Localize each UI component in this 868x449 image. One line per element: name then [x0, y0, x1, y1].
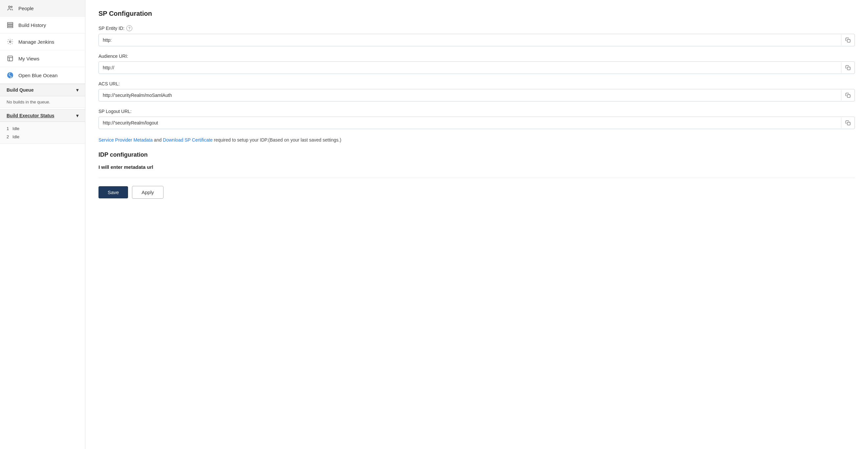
sidebar-item-build-history[interactable]: Build History [0, 17, 85, 33]
download-sp-certificate-link[interactable]: Download SP Certificate [163, 137, 212, 143]
executor-1-status: Idle [12, 126, 19, 131]
build-queue-chevron-icon: ▾ [76, 87, 79, 93]
executor-2: 2 Idle [0, 133, 85, 141]
build-executor-chevron-icon: ▾ [76, 113, 79, 118]
build-queue-content: No builds in the queue. [0, 96, 85, 108]
audience-uri-copy-button[interactable] [841, 62, 855, 73]
sidebar-item-manage-jenkins-label: Manage Jenkins [19, 39, 54, 45]
audience-uri-label: Audience URI: [98, 54, 855, 59]
sp-entity-id-help-icon[interactable]: ? [126, 25, 132, 31]
build-executor-label[interactable]: Build Executor Status [6, 113, 54, 118]
sidebar-item-people[interactable]: People [0, 0, 85, 17]
sp-entity-id-label: SP Entity ID: ? [98, 25, 855, 31]
sidebar-item-open-blue-ocean-label: Open Blue Ocean [19, 72, 57, 78]
acs-url-input[interactable] [99, 89, 841, 101]
metadata-suffix-text: required to setup your IDP.(Based on you… [214, 137, 341, 143]
sp-entity-id-copy-button[interactable] [841, 35, 855, 45]
build-queue-label: Build Queue [6, 87, 33, 93]
svg-point-0 [8, 6, 10, 7]
audience-uri-input[interactable] [99, 62, 841, 73]
svg-rect-2 [7, 23, 13, 24]
apply-button[interactable]: Apply [132, 186, 163, 199]
sp-logout-url-group: SP Logout URL: [98, 109, 855, 129]
svg-rect-3 [7, 24, 13, 26]
svg-rect-8 [847, 39, 850, 42]
acs-url-input-wrapper [98, 89, 855, 101]
blue-ocean-icon [6, 71, 14, 79]
sp-config-title: SP Configuration [98, 10, 855, 18]
build-queue-empty: No builds in the queue. [6, 99, 50, 104]
main-content: SP Configuration SP Entity ID: ? Audienc… [85, 0, 868, 449]
sp-logout-url-copy-button[interactable] [841, 118, 855, 128]
svg-rect-11 [847, 122, 850, 125]
my-views-icon [6, 55, 14, 62]
service-provider-metadata-link[interactable]: Service Provider Metadata [98, 137, 153, 143]
action-buttons: Save Apply [98, 186, 855, 199]
executor-1-number: 1 [6, 126, 9, 131]
sp-entity-id-input[interactable] [99, 34, 841, 46]
sidebar: People Build History Manage Jenkins [0, 0, 85, 449]
sidebar-item-manage-jenkins[interactable]: Manage Jenkins [0, 33, 85, 50]
executor-2-status: Idle [12, 134, 19, 139]
executor-2-number: 2 [6, 134, 9, 139]
build-executor-section[interactable]: Build Executor Status ▾ [0, 109, 85, 122]
sidebar-item-build-history-label: Build History [19, 22, 46, 28]
sp-logout-url-label: SP Logout URL: [98, 109, 855, 114]
svg-rect-10 [847, 95, 850, 97]
metadata-info: Service Provider Metadata and Download S… [98, 136, 855, 144]
svg-point-5 [9, 41, 11, 43]
sidebar-item-people-label: People [19, 6, 34, 11]
idp-metadata-subtitle: I will enter metadata url [98, 164, 855, 170]
build-history-icon [6, 21, 14, 29]
sp-logout-url-input[interactable] [99, 117, 841, 129]
svg-rect-9 [847, 67, 850, 70]
executor-1: 1 Idle [0, 124, 85, 133]
build-executor-content: 1 Idle 2 Idle [0, 122, 85, 144]
metadata-and-text: and [154, 137, 163, 143]
sidebar-item-open-blue-ocean[interactable]: Open Blue Ocean [0, 67, 85, 84]
audience-uri-group: Audience URI: [98, 54, 855, 74]
acs-url-group: ACS URL: [98, 81, 855, 101]
acs-url-label: ACS URL: [98, 81, 855, 86]
sidebar-item-my-views[interactable]: My Views [0, 50, 85, 67]
divider [98, 178, 855, 178]
manage-jenkins-icon [6, 38, 14, 45]
idp-config-title: IDP configuration [98, 151, 855, 158]
save-button[interactable]: Save [98, 186, 128, 199]
build-queue-section[interactable]: Build Queue ▾ [0, 84, 85, 96]
sp-logout-url-input-wrapper [98, 117, 855, 129]
people-icon [6, 5, 14, 12]
audience-uri-input-wrapper [98, 61, 855, 74]
svg-point-1 [11, 6, 12, 7]
acs-url-copy-button[interactable] [841, 90, 855, 100]
svg-rect-6 [8, 56, 13, 61]
sidebar-item-my-views-label: My Views [19, 56, 39, 61]
sp-entity-id-group: SP Entity ID: ? [98, 25, 855, 46]
sp-entity-id-input-wrapper [98, 34, 855, 46]
svg-rect-4 [7, 26, 13, 28]
